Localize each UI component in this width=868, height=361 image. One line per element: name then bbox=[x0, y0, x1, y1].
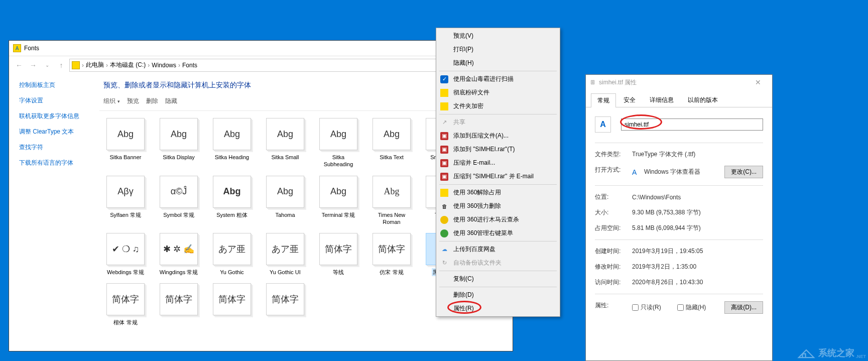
menu-item[interactable]: 使用 360解除占用 bbox=[437, 186, 559, 199]
sidebar-link-download-langs[interactable]: 下载所有语言的字体 bbox=[19, 159, 95, 167]
chevron-icon: › bbox=[82, 62, 84, 69]
toolbar-hide[interactable]: 隐藏 bbox=[165, 97, 177, 105]
back-button[interactable]: ← bbox=[13, 59, 25, 71]
font-item[interactable]: あア亜Yu Gothic UI bbox=[263, 233, 307, 276]
sidebar-link-get-fonts[interactable]: 联机获取更多字体信息 bbox=[19, 112, 95, 121]
breadcrumb-pc[interactable]: 此电脑 bbox=[86, 61, 104, 69]
history-dropdown[interactable]: ⌄ bbox=[41, 59, 53, 71]
breadcrumb-fonts[interactable]: Fonts bbox=[182, 62, 197, 69]
font-item[interactable]: 简体字楷体 常规 bbox=[103, 283, 148, 326]
filename-input[interactable] bbox=[621, 118, 763, 131]
forward-button[interactable]: → bbox=[27, 59, 39, 71]
menu-item-icon: ☁ bbox=[440, 246, 448, 254]
sidebar-home-link[interactable]: 控制面板主页 bbox=[19, 81, 95, 89]
tab-details[interactable]: 详细信息 bbox=[643, 93, 680, 107]
tab-general[interactable]: 常规 bbox=[591, 93, 616, 107]
advanced-button[interactable]: 高级(D)... bbox=[724, 301, 763, 314]
font-item[interactable]: AbgTahoma bbox=[263, 176, 307, 226]
breadcrumb-windows[interactable]: Windows bbox=[152, 62, 176, 69]
close-button[interactable]: ✕ bbox=[748, 78, 768, 86]
font-item[interactable]: AbgSitka Display bbox=[157, 118, 201, 169]
menu-item: ↻自动备份该文件夹 bbox=[437, 256, 559, 270]
menu-item-label: 压缩到 "SIMHEI.rar" 并 E-mail bbox=[453, 172, 534, 181]
diskspace-label: 占用空间: bbox=[595, 224, 632, 232]
menu-item-icon: ↗ bbox=[440, 118, 448, 127]
font-sample: Abg bbox=[330, 129, 346, 140]
font-label: Webdings 常规 bbox=[106, 268, 145, 276]
menu-item[interactable]: 属性(R) bbox=[437, 302, 559, 315]
font-item[interactable]: α©ĴSymbol 常规 bbox=[157, 176, 201, 226]
menu-item[interactable]: 隐藏(H) bbox=[437, 56, 559, 70]
font-item[interactable]: AbgSitka Heading bbox=[210, 118, 254, 169]
font-thumbnail: Abg bbox=[266, 118, 304, 150]
font-sample: Abg bbox=[384, 186, 400, 197]
sidebar: 控制面板主页 字体设置 联机获取更多字体信息 调整 ClearType 文本 查… bbox=[9, 74, 99, 351]
menu-item[interactable]: 彻底粉碎文件 bbox=[437, 86, 559, 99]
menu-item-label: 共享 bbox=[453, 118, 465, 127]
font-thumbnail: Abg bbox=[373, 118, 411, 150]
properties-titlebar[interactable]: 🗏 simhei.ttf 属性 ✕ bbox=[586, 75, 772, 90]
font-label: Sylfaen 常规 bbox=[109, 211, 142, 219]
menu-item[interactable]: 打印(P) bbox=[437, 43, 559, 56]
font-item[interactable]: ΑβγSylfaen 常规 bbox=[103, 176, 148, 226]
fonts-folder-icon: A bbox=[13, 44, 21, 52]
font-item[interactable]: 简体字等线 bbox=[316, 233, 360, 276]
font-item[interactable]: AbgSitka Text bbox=[369, 118, 414, 169]
font-label: Symbol 常规 bbox=[162, 211, 195, 219]
menu-item[interactable]: ▣压缩并 E-mail... bbox=[437, 156, 559, 170]
font-item[interactable]: AbgSitka Banner bbox=[103, 118, 148, 169]
menu-item[interactable]: 预览(V) bbox=[437, 29, 559, 43]
font-label: 楷体 常规 bbox=[112, 318, 138, 326]
font-item[interactable]: ✱ ✲ ✍Wingdings 常规 bbox=[157, 233, 201, 276]
menu-item-label: 属性(R) bbox=[453, 304, 474, 313]
menu-item-label: 上传到百度网盘 bbox=[453, 245, 495, 254]
menu-item: ↗共享 bbox=[437, 115, 559, 129]
font-sample: あア亜 bbox=[272, 243, 299, 255]
font-item[interactable]: 简体字 bbox=[157, 283, 201, 326]
tab-previous-versions[interactable]: 以前的版本 bbox=[681, 93, 724, 107]
font-item[interactable]: ✔ ❍ ♫Webdings 常规 bbox=[103, 233, 148, 276]
menu-item[interactable]: 🗑使用 360强力删除 bbox=[437, 199, 559, 213]
font-item[interactable]: AbgTimes New Roman bbox=[369, 176, 414, 226]
accessed-label: 访问时间: bbox=[595, 278, 632, 287]
menu-item[interactable]: 删除(D) bbox=[437, 288, 559, 302]
font-item[interactable]: あア亜Yu Gothic bbox=[210, 233, 254, 276]
menu-item[interactable]: ✓使用金山毒霸进行扫描 bbox=[437, 72, 559, 86]
attrs-label: 属性: bbox=[595, 301, 632, 314]
font-sample: Abg bbox=[117, 129, 134, 140]
font-item[interactable]: 简体字 bbox=[263, 283, 307, 326]
hidden-checkbox[interactable]: 隐藏(H) bbox=[677, 303, 706, 312]
up-button[interactable]: ↑ bbox=[55, 59, 67, 71]
breadcrumb-drive[interactable]: 本地磁盘 (C:) bbox=[110, 61, 146, 69]
menu-item-label: 复制(C) bbox=[453, 275, 474, 283]
menu-item[interactable]: ☁上传到百度网盘 bbox=[437, 243, 559, 256]
menu-item[interactable]: 使用 360进行木马云查杀 bbox=[437, 213, 559, 226]
menu-item[interactable]: 复制(C) bbox=[437, 272, 559, 286]
menu-item[interactable]: ▣压缩到 "SIMHEI.rar" 并 E-mail bbox=[437, 170, 559, 183]
menu-item-label: 使用金山毒霸进行扫描 bbox=[453, 75, 514, 83]
breadcrumb[interactable]: › 此电脑 › 本地磁盘 (C:) › Windows › Fonts ⌄ bbox=[69, 59, 477, 72]
toolbar-delete[interactable]: 删除 bbox=[146, 97, 158, 105]
menu-item[interactable]: ▣添加到 "SIMHEI.rar"(T) bbox=[437, 143, 559, 156]
menu-item[interactable]: ▣添加到压缩文件(A)... bbox=[437, 129, 559, 143]
created-label: 创建时间: bbox=[595, 247, 632, 256]
menu-item[interactable]: 使用 360管理右键菜单 bbox=[437, 226, 559, 240]
sidebar-link-cleartype[interactable]: 调整 ClearType 文本 bbox=[19, 128, 95, 136]
menu-item[interactable]: 文件夹加密 bbox=[437, 99, 559, 113]
font-item[interactable]: AbgSitka Small bbox=[263, 118, 307, 169]
readonly-checkbox[interactable]: 只读(R) bbox=[632, 303, 661, 312]
change-button[interactable]: 更改(C)... bbox=[724, 166, 763, 178]
menu-item-label: 压缩并 E-mail... bbox=[453, 159, 495, 167]
menu-item-label: 文件夹加密 bbox=[453, 102, 483, 110]
toolbar-organize[interactable]: 组织 ▾ bbox=[103, 97, 120, 105]
font-item[interactable]: 简体字仿宋 常规 bbox=[369, 233, 414, 276]
sidebar-link-find-char[interactable]: 查找字符 bbox=[19, 143, 95, 152]
toolbar-preview[interactable]: 预览 bbox=[127, 97, 139, 105]
font-item[interactable]: AbgSitka Subheading bbox=[316, 118, 360, 169]
font-item[interactable]: 简体字 bbox=[210, 283, 254, 326]
font-item[interactable]: AbgSystem 粗体 bbox=[210, 176, 254, 226]
tab-security[interactable]: 安全 bbox=[617, 93, 642, 107]
sidebar-link-font-settings[interactable]: 字体设置 bbox=[19, 96, 95, 105]
font-label: Sitka Display bbox=[162, 153, 196, 161]
font-item[interactable]: AbgTerminal 常规 bbox=[316, 176, 360, 226]
